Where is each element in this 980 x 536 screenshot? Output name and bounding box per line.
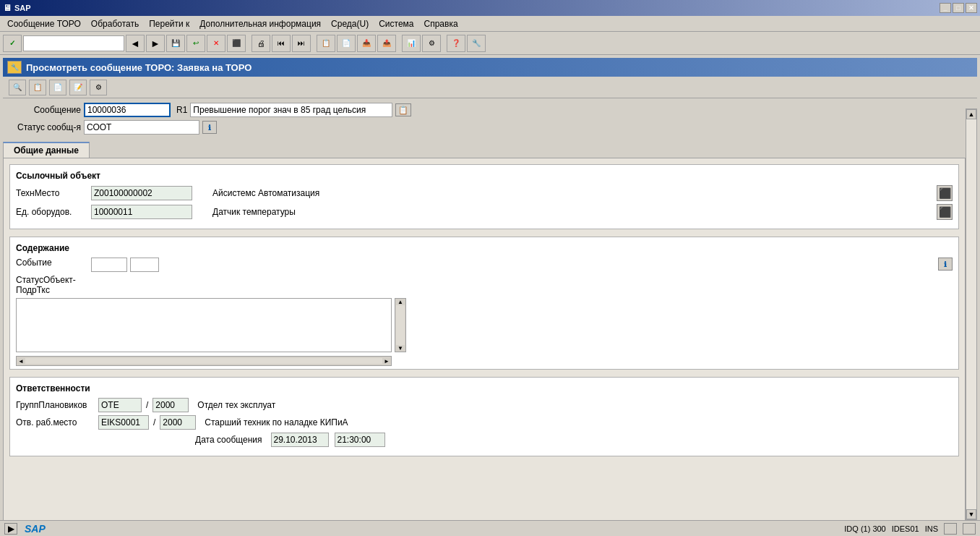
close-button[interactable]: ✕ bbox=[966, 3, 977, 13]
scroll-down-icon[interactable]: ▼ bbox=[397, 345, 403, 352]
equipment-qr-btn[interactable]: ⬛ bbox=[937, 204, 953, 220]
tech-place-qr-btn[interactable]: ⬛ bbox=[937, 185, 953, 201]
sap-window-titlebar: 🔧 Просмотреть сообщение ТОРО: Заявка на … bbox=[3, 58, 977, 77]
tech-place-name: Айсистемс Автоматизация bbox=[212, 188, 319, 198]
date-label: Дата сообщения bbox=[195, 435, 262, 445]
reference-object-section: Ссылочный объект ТехнМесто Айсистемс Авт… bbox=[9, 164, 959, 229]
status-btn-1[interactable] bbox=[944, 523, 957, 535]
work-center-name: Старший техник по наладке КИПиА bbox=[205, 417, 348, 427]
menu-dop[interactable]: Дополнительная информация bbox=[195, 17, 325, 30]
event-label: Событие bbox=[16, 258, 88, 268]
message-type: R1 bbox=[176, 105, 187, 115]
right-scroll-track bbox=[966, 119, 976, 509]
menu-spravka[interactable]: Справка bbox=[420, 17, 463, 30]
menu-obrabota[interactable]: Обработать bbox=[87, 17, 143, 30]
btn-1[interactable]: ↩ bbox=[186, 35, 205, 52]
tech-place-label: ТехнМесто bbox=[16, 188, 88, 198]
planner-div-input[interactable] bbox=[152, 398, 189, 412]
status-left: ▶ SAP bbox=[4, 523, 46, 535]
status-input[interactable] bbox=[84, 120, 199, 135]
window-title: Просмотреть сообщение ТОРО: Заявка на ТО… bbox=[26, 62, 252, 73]
ref-obj-title: Ссылочный объект bbox=[16, 171, 953, 181]
date-row: Дата сообщения bbox=[16, 433, 953, 447]
planner-label: ГруппПлановиков bbox=[16, 400, 95, 410]
right-scrollbar: ▲ ▼ bbox=[966, 109, 977, 520]
title-bar-text: SAP bbox=[14, 4, 31, 12]
time-input[interactable] bbox=[335, 433, 385, 447]
scroll-right-icon[interactable]: ► bbox=[384, 358, 390, 365]
menu-sreda[interactable]: Среда(U) bbox=[327, 17, 373, 30]
menu-soobshenie[interactable]: Сообщение ТОРО bbox=[3, 17, 85, 30]
work-center-row: Отв. раб.место / Старший техник по налад… bbox=[16, 415, 953, 430]
sap-app-icon: 🔧 bbox=[7, 61, 22, 74]
content-info-btn[interactable]: ℹ bbox=[938, 258, 953, 271]
btn-10[interactable]: ⚙ bbox=[422, 35, 441, 52]
print-btn[interactable]: 🖨 bbox=[252, 35, 270, 52]
status-btn-2[interactable] bbox=[963, 523, 976, 535]
app-btn-1[interactable]: 🔍 bbox=[9, 80, 26, 95]
status-obj-row: СтатусОбъект-ПодрТкс bbox=[16, 275, 953, 295]
btn-5[interactable]: ⏭ bbox=[292, 35, 311, 52]
event-input-2[interactable] bbox=[130, 258, 159, 272]
minimize-button[interactable]: _ bbox=[940, 3, 951, 13]
sap-logo-btn[interactable]: ✓ bbox=[3, 35, 22, 52]
status-info-btn[interactable]: ℹ bbox=[202, 121, 217, 134]
content-title: Содержание bbox=[16, 243, 953, 253]
work-center-div-input[interactable] bbox=[160, 415, 196, 430]
work-center-input[interactable] bbox=[98, 415, 149, 430]
copy-btn[interactable]: 📋 bbox=[317, 35, 335, 52]
btn-7[interactable]: 📥 bbox=[357, 35, 376, 52]
maximize-button[interactable]: □ bbox=[953, 3, 964, 13]
status-bar: ▶ SAP IDQ (1) 300 IDES01 INS bbox=[0, 520, 980, 536]
scroll-thumb bbox=[396, 305, 405, 345]
equipment-name: Датчик температуры bbox=[212, 207, 296, 217]
btn-6[interactable]: 📄 bbox=[337, 35, 356, 52]
horizontal-scrollbar: ◄ ► bbox=[16, 356, 392, 366]
status-server: IDES01 bbox=[892, 524, 919, 533]
message-detail-btn[interactable]: 📋 bbox=[395, 103, 411, 116]
app-btn-4[interactable]: 📝 bbox=[69, 80, 87, 95]
menu-sistema[interactable]: Система bbox=[374, 17, 418, 30]
menu-pereiti[interactable]: Перейти к bbox=[145, 17, 194, 30]
right-scroll-up[interactable]: ▲ bbox=[966, 109, 976, 119]
status-icon-btn[interactable]: ▶ bbox=[4, 523, 17, 535]
slash-2: / bbox=[153, 417, 155, 427]
date-input[interactable] bbox=[271, 433, 329, 447]
btn-3[interactable]: ⬛ bbox=[227, 35, 246, 52]
planner-input[interactable] bbox=[98, 398, 142, 412]
tech-place-row: ТехнМесто Айсистемс Автоматизация ⬛ bbox=[16, 185, 953, 201]
help-btn[interactable]: ❓ bbox=[447, 35, 465, 52]
app-btn-5[interactable]: ⚙ bbox=[90, 80, 107, 95]
menu-bar: Сообщение ТОРО Обработать Перейти к Допо… bbox=[0, 16, 980, 32]
btn-11[interactable]: 🔧 bbox=[467, 35, 486, 52]
app-btn-3[interactable]: 📄 bbox=[49, 80, 66, 95]
scroll-left-icon[interactable]: ◄ bbox=[18, 358, 24, 365]
app-btn-2[interactable]: 📋 bbox=[29, 80, 46, 95]
content-textarea[interactable] bbox=[16, 298, 392, 352]
status-ins: INS bbox=[925, 524, 938, 533]
right-scroll-down[interactable]: ▼ bbox=[966, 509, 976, 519]
message-label: Сообщение bbox=[9, 105, 81, 115]
btn-9[interactable]: 📊 bbox=[402, 35, 421, 52]
planner-row: ГруппПлановиков / Отдел тех эксплуат bbox=[16, 398, 953, 412]
tech-place-input[interactable] bbox=[91, 186, 192, 200]
btn-8[interactable]: 📤 bbox=[377, 35, 396, 52]
status-label: Статус сообщ-я bbox=[9, 122, 81, 132]
command-field[interactable] bbox=[23, 35, 124, 51]
scroll-up-icon[interactable]: ▲ bbox=[397, 299, 403, 305]
btn-2[interactable]: ✕ bbox=[207, 35, 225, 52]
status-obj-label: СтатусОбъект-ПодрТкс bbox=[16, 275, 88, 295]
tab-general[interactable]: Общие данные bbox=[3, 142, 90, 158]
nav-fwd-btn[interactable]: ► bbox=[146, 35, 165, 52]
btn-4[interactable]: ⏮ bbox=[272, 35, 291, 52]
event-input-1[interactable] bbox=[91, 258, 127, 272]
equipment-label: Ед. оборудов. bbox=[16, 207, 88, 217]
nav-back-btn[interactable]: ◄ bbox=[126, 35, 145, 52]
title-bar-buttons: _ □ ✕ bbox=[940, 3, 977, 13]
work-center-label: Отв. раб.место bbox=[16, 417, 95, 427]
title-bar: 🖥 SAP _ □ ✕ bbox=[0, 0, 980, 16]
save-btn[interactable]: 💾 bbox=[166, 35, 185, 52]
message-input[interactable] bbox=[84, 103, 171, 117]
message-desc-input[interactable] bbox=[190, 103, 392, 117]
equipment-input[interactable] bbox=[91, 205, 192, 219]
